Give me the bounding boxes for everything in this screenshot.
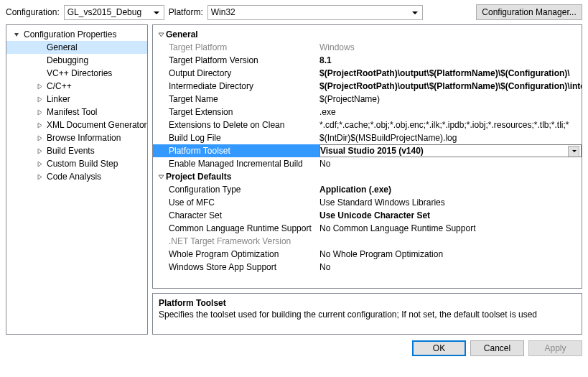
property-name: Target Platform (153, 42, 319, 52)
chevron-down-icon (156, 174, 166, 180)
property-value[interactable]: Visual Studio 2015 (v140) (319, 144, 582, 157)
property-name: Platform Toolset (153, 146, 319, 156)
property-name: Common Language Runtime Support (153, 223, 319, 233)
group-header[interactable]: General (153, 28, 582, 41)
property-row[interactable]: Target PlatformWindows (153, 41, 582, 54)
property-grid[interactable]: GeneralTarget PlatformWindowsTarget Plat… (152, 24, 582, 289)
property-name: Intermediate Directory (153, 81, 319, 91)
property-row[interactable]: Target Extension.exe (153, 106, 582, 118)
property-value[interactable]: $(IntDir)$(MSBuildProjectName).log (319, 133, 582, 143)
chevron-right-icon (35, 82, 44, 90)
footer: OK Cancel Apply (0, 335, 588, 362)
property-row[interactable]: Output Directory$(ProjectRootPath)\outpu… (153, 67, 582, 80)
description-text: Specifies the toolset used for building … (159, 309, 576, 320)
toolbar: Configuration: GL_vs2015_Debug Platform:… (0, 0, 588, 24)
platform-combo[interactable]: Win32 (207, 5, 423, 20)
chevron-right-icon (35, 146, 44, 155)
description-title: Platform Toolset (159, 298, 576, 308)
property-value[interactable]: $(ProjectRootPath)\output\$(PlatformName… (319, 68, 582, 78)
tree-item[interactable]: Custom Build Step (6, 157, 147, 170)
property-row[interactable]: Common Language Runtime SupportNo Common… (153, 222, 582, 235)
property-name: Target Platform Version (153, 55, 319, 65)
property-row[interactable]: Character SetUse Unicode Character Set (153, 209, 582, 222)
chevron-right-icon (35, 172, 44, 181)
property-name: Output Directory (153, 68, 319, 78)
tree-item[interactable]: Browse Information (6, 131, 147, 144)
property-value[interactable]: .exe (319, 107, 582, 117)
property-value[interactable]: No Common Language Runtime Support (319, 223, 582, 233)
property-row[interactable]: Build Log File$(IntDir)$(MSBuildProjectN… (153, 131, 582, 144)
property-row[interactable]: Intermediate Directory$(ProjectRootPath)… (153, 80, 582, 93)
property-value[interactable]: $(ProjectName) (319, 94, 582, 104)
ok-button[interactable]: OK (412, 340, 466, 356)
configuration-value: GL_vs2015_Debug (67, 7, 141, 17)
tree-item[interactable]: General (6, 41, 147, 54)
tree-item[interactable]: XML Document Generator (6, 118, 147, 131)
content-panel: GeneralTarget PlatformWindowsTarget Plat… (152, 24, 582, 335)
configuration-manager-button[interactable]: Configuration Manager... (476, 4, 582, 20)
property-row[interactable]: Extensions to Delete on Clean*.cdf;*.cac… (153, 118, 582, 131)
property-row[interactable]: Configuration TypeApplication (.exe) (153, 183, 582, 196)
tree-item[interactable]: Build Events (6, 144, 147, 157)
configuration-label: Configuration: (6, 7, 60, 17)
property-row[interactable]: .NET Target Framework Version (153, 235, 582, 248)
configuration-combo[interactable]: GL_vs2015_Debug (64, 5, 164, 20)
tree-item[interactable]: Debugging (6, 54, 147, 67)
property-row[interactable]: Enable Managed Incremental BuildNo (153, 157, 582, 170)
property-value[interactable]: No (319, 262, 582, 272)
property-row[interactable]: Windows Store App SupportNo (153, 261, 582, 274)
property-value[interactable]: Use Unicode Character Set (319, 210, 582, 220)
chevron-right-icon (35, 121, 44, 129)
chevron-right-icon (35, 108, 44, 116)
tree-item[interactable]: Linker (6, 93, 147, 106)
chevron-right-icon (35, 134, 44, 142)
tree-item[interactable]: VC++ Directories (6, 67, 147, 80)
property-name: Character Set (153, 210, 319, 220)
property-name: Target Extension (153, 107, 319, 117)
property-name: Use of MFC (153, 197, 319, 208)
property-name: Whole Program Optimization (153, 249, 319, 259)
platform-value: Win32 (211, 7, 235, 17)
property-row[interactable]: Target Name$(ProjectName) (153, 93, 582, 106)
property-value[interactable]: $(ProjectRootPath)\output\$(PlatformName… (319, 81, 582, 91)
property-name: Target Name (153, 94, 319, 104)
chevron-down-icon (12, 30, 21, 39)
property-name: .NET Target Framework Version (153, 236, 319, 246)
chevron-down-icon (156, 32, 166, 38)
chevron-right-icon (35, 95, 44, 103)
property-value[interactable]: Application (.exe) (319, 185, 582, 195)
property-row[interactable]: Use of MFCUse Standard Windows Libraries (153, 196, 582, 209)
property-row[interactable]: Platform ToolsetVisual Studio 2015 (v140… (153, 144, 582, 157)
tree-item[interactable]: Manifest Tool (6, 106, 147, 118)
property-row[interactable]: Target Platform Version8.1 (153, 54, 582, 67)
cancel-button[interactable]: Cancel (470, 340, 524, 356)
property-value[interactable]: Windows (319, 42, 582, 52)
property-name: Windows Store App Support (153, 262, 319, 272)
property-name: Enable Managed Incremental Build (153, 159, 319, 169)
description-panel: Platform Toolset Specifies the toolset u… (152, 293, 582, 335)
property-name: Configuration Type (153, 185, 319, 195)
tree-item-root[interactable]: Configuration Properties (6, 28, 147, 41)
property-value[interactable]: Use Standard Windows Libraries (319, 197, 582, 208)
property-value[interactable]: No Whole Program Optimization (319, 249, 582, 259)
property-row[interactable]: Whole Program OptimizationNo Whole Progr… (153, 248, 582, 261)
group-header[interactable]: Project Defaults (153, 170, 582, 183)
property-name: Build Log File (153, 133, 319, 143)
property-name: Extensions to Delete on Clean (153, 120, 319, 130)
property-value[interactable]: 8.1 (319, 55, 582, 65)
property-value[interactable]: No (319, 159, 582, 169)
tree-item[interactable]: C/C++ (6, 80, 147, 93)
property-value[interactable]: *.cdf;*.cache;*.obj;*.obj.enc;*.ilk;*.ip… (319, 120, 582, 130)
tree-panel[interactable]: Configuration PropertiesGeneralDebugging… (6, 24, 148, 335)
chevron-right-icon (35, 159, 44, 168)
tree-item[interactable]: Code Analysis (6, 170, 147, 183)
apply-button: Apply (528, 340, 582, 356)
platform-label: Platform: (169, 7, 203, 17)
main-area: Configuration PropertiesGeneralDebugging… (0, 24, 588, 335)
